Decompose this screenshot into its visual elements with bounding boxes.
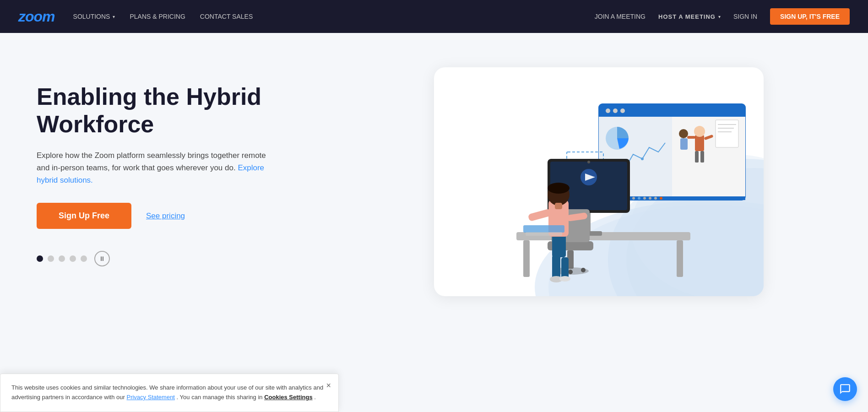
hero-section: Enabling the Hybrid Workforce Explore ho…	[0, 33, 868, 317]
svg-point-32	[649, 197, 651, 200]
svg-point-29	[632, 197, 635, 200]
svg-rect-19	[687, 136, 695, 139]
nav-left: SOLUTIONS ▾ PLANS & PRICING CONTACT SALE…	[73, 13, 595, 20]
chevron-down-icon: ▾	[718, 14, 721, 19]
hero-illustration-card	[434, 67, 764, 296]
see-pricing-link[interactable]: See pricing	[146, 211, 185, 221]
svg-rect-17	[695, 151, 699, 163]
svg-rect-64	[523, 225, 564, 233]
carousel-dot-4[interactable]	[70, 255, 76, 262]
hero-buttons: Sign Up Free See pricing	[37, 203, 293, 229]
hero-right	[330, 33, 868, 317]
svg-point-60	[548, 183, 570, 194]
carousel-dot-5[interactable]	[81, 255, 87, 262]
nav-host-meeting[interactable]: HOST A MEETING ▾	[658, 13, 721, 20]
svg-rect-61	[555, 203, 562, 209]
hero-illustration	[434, 67, 764, 296]
svg-point-45	[587, 161, 590, 163]
svg-point-31	[643, 197, 646, 200]
signup-button[interactable]: SIGN UP, IT'S FREE	[770, 8, 850, 25]
nav-contact-sales[interactable]: CONTACT SALES	[200, 13, 253, 20]
hero-subtitle: Explore how the Zoom platform seamlessly…	[37, 149, 275, 187]
carousel-dots	[37, 251, 293, 266]
nav-right: JOIN A MEETING HOST A MEETING ▾ SIGN IN …	[595, 8, 850, 25]
svg-point-16	[694, 126, 705, 137]
svg-rect-62	[528, 209, 552, 222]
svg-point-33	[654, 197, 657, 200]
svg-point-34	[660, 197, 662, 200]
svg-rect-38	[677, 240, 683, 277]
svg-rect-15	[695, 135, 704, 151]
logo[interactable]: zoom	[18, 8, 55, 25]
svg-point-51	[568, 270, 573, 274]
svg-point-12	[641, 157, 644, 160]
svg-rect-26	[680, 138, 688, 150]
chevron-down-icon: ▾	[113, 14, 115, 19]
navbar: zoom SOLUTIONS ▾ PLANS & PRICING CONTACT…	[0, 0, 868, 33]
svg-point-7	[613, 108, 618, 113]
nav-sign-in[interactable]: SIGN IN	[733, 13, 757, 20]
svg-point-30	[638, 197, 640, 200]
carousel-dot-2[interactable]	[48, 255, 54, 262]
svg-rect-53	[552, 234, 566, 257]
svg-rect-37	[523, 240, 530, 277]
nav-plans-pricing[interactable]: PLANS & PRICING	[130, 13, 185, 20]
svg-rect-21	[716, 120, 738, 147]
carousel-pause-button[interactable]	[94, 251, 110, 266]
hero-left: Enabling the Hybrid Workforce Explore ho…	[0, 33, 330, 317]
hero-title: Enabling the Hybrid Workforce	[37, 83, 293, 138]
carousel-dot-3[interactable]	[59, 255, 65, 262]
svg-rect-65	[526, 232, 562, 236]
signup-free-button[interactable]: Sign Up Free	[37, 203, 131, 229]
svg-rect-18	[700, 151, 704, 163]
svg-point-57	[559, 276, 570, 282]
svg-point-52	[581, 268, 586, 272]
nav-solutions[interactable]: SOLUTIONS ▾	[73, 13, 115, 20]
svg-point-25	[679, 129, 688, 138]
svg-point-6	[606, 108, 610, 113]
carousel-dot-1[interactable]	[37, 255, 43, 262]
svg-point-8	[620, 108, 625, 113]
nav-join-meeting[interactable]: JOIN A MEETING	[595, 13, 646, 20]
